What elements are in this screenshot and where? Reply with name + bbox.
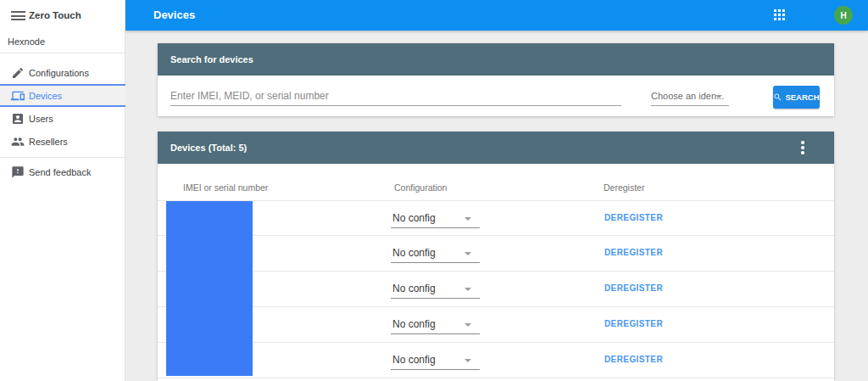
zero-touch-portal: Zero Touch Hexnode Configurations Device… [0,0,868,381]
deregister-link[interactable]: DEREGISTER [604,248,663,257]
column-header-imei: IMEI or serial number [183,182,268,193]
sidebar-divider [0,53,125,53]
config-select[interactable]: No config [391,209,480,228]
config-select-value: No config [392,354,436,366]
device-table: No config DEREGISTER No config DEREGISTE… [158,200,834,378]
deregister-link[interactable]: DEREGISTER [604,355,663,364]
identifier-type-select[interactable]: Choose an iden... [651,87,729,106]
sidebar-item-label: Send feedback [29,167,91,177]
main-content: Search for devices Choose an iden... SEA… [125,31,868,381]
apps-grid-icon[interactable] [774,9,786,21]
config-select[interactable]: No config [391,244,480,263]
deregister-link[interactable]: DEREGISTER [604,283,663,293]
search-icon [773,92,782,102]
sidebar-item-resellers[interactable]: Resellers [0,130,125,153]
devices-panel: Devices (Total: 5) IMEI or serial number… [158,132,834,381]
people-icon [11,135,25,148]
config-select-value: No config [392,283,436,294]
search-button-label: SEARCH [785,92,819,102]
kebab-menu-icon[interactable] [801,141,804,154]
hamburger-menu-icon[interactable] [11,11,25,20]
app-title: Zero Touch [29,10,81,20]
sidebar-header: Zero Touch [0,0,125,31]
avatar[interactable]: H [834,6,853,25]
table-row: No config DEREGISTER [158,343,834,378]
config-select[interactable]: No config [391,279,480,299]
page-title: Devices [153,8,195,21]
identifier-type-select-value: Choose an iden... [651,91,724,101]
deregister-link[interactable]: DEREGISTER [604,319,663,328]
sidebar-item-devices[interactable]: Devices [0,84,125,107]
sidebar-item-users[interactable]: Users [0,107,125,130]
chevron-down-icon [465,217,471,221]
sidebar-item-configurations[interactable]: Configurations [0,61,125,84]
config-select-value: No config [392,212,436,224]
devices-panel-title: Devices (Total: 5) [170,143,247,153]
table-row: No config DEREGISTER [158,307,834,343]
sidebar-item-label: Resellers [29,137,68,147]
table-row: No config DEREGISTER [158,200,834,236]
chevron-down-icon [465,252,471,255]
org-name: Hexnode [8,36,45,47]
config-select-value: No config [392,318,436,330]
sidebar: Zero Touch Hexnode Configurations Device… [0,0,125,381]
search-panel-header: Search for devices [158,43,834,76]
column-header-configuration: Configuration [394,182,447,193]
sidebar-item-send-feedback[interactable]: Send feedback [0,160,125,183]
search-button[interactable]: SEARCH [773,86,820,109]
devices-icon [11,89,25,103]
config-select-value: No config [392,247,436,259]
config-select[interactable]: No config [391,350,480,370]
feedback-icon [11,165,25,179]
column-header-deregister: Deregister [604,182,644,193]
sidebar-item-label: Users [29,114,53,124]
search-panel-body: Choose an iden... SEARCH [158,76,834,116]
pencil-icon [11,66,25,80]
chevron-down-icon [465,359,471,362]
sidebar-item-label: Devices [29,91,62,101]
deregister-link[interactable]: DEREGISTER [604,213,663,222]
topbar: Devices H [125,0,868,31]
table-row: No config DEREGISTER [158,272,834,307]
config-select[interactable]: No config [391,315,480,334]
devices-panel-header: Devices (Total: 5) [158,132,834,164]
chevron-down-icon [715,95,722,98]
chevron-down-icon [465,323,471,327]
search-panel-title: Search for devices [170,54,253,64]
table-row: No config DEREGISTER [158,236,834,272]
sidebar-item-label: Configurations [29,68,89,78]
search-panel: Search for devices Choose an iden... SEA… [158,43,834,116]
redacted-serial-numbers-overlay [166,201,253,376]
sidebar-divider [0,157,125,158]
user-box-icon [11,112,25,126]
chevron-down-icon [465,288,471,291]
imei-search-input[interactable] [170,87,621,106]
